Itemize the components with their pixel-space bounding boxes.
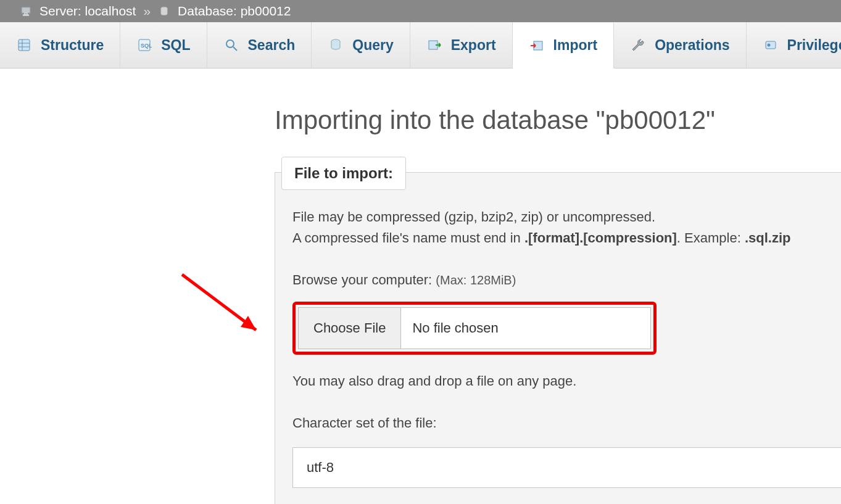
sql-icon: SQL [136, 37, 152, 53]
import-icon [529, 38, 545, 54]
search-icon [223, 37, 239, 53]
tab-label: Structure [41, 37, 104, 54]
tab-sql[interactable]: SQL SQL [120, 22, 207, 68]
tab-label: Privilege [787, 37, 841, 54]
browse-label-line: Browse your computer: (Max: 128MiB) [292, 270, 831, 291]
fieldset-legend: File to import: [281, 157, 406, 190]
svg-rect-4 [19, 39, 30, 51]
tab-label: Operations [655, 37, 729, 54]
file-input-row: Choose File No file chosen [298, 307, 651, 349]
browse-label: Browse your computer: [292, 272, 432, 287]
tab-privileges[interactable]: Privilege [747, 22, 841, 68]
breadcrumb-database-link[interactable]: Database: pb00012 [178, 4, 291, 19]
tab-label: Search [248, 37, 296, 54]
tabstrip: Structure SQL SQL Search Query Export Im… [0, 22, 841, 68]
breadcrumb-server-link[interactable]: Server: localhost [39, 4, 136, 19]
tab-export[interactable]: Export [410, 22, 513, 68]
tab-label: Query [352, 37, 393, 54]
filename-note-prefix: A compressed file's name must end in [292, 230, 524, 246]
charset-select[interactable]: utf-8 [292, 447, 841, 488]
tab-query[interactable]: Query [312, 22, 410, 68]
breadcrumb: Server: localhost » Database: pb00012 [0, 0, 841, 22]
query-icon [328, 37, 344, 53]
tab-label: Export [451, 37, 496, 54]
export-icon [426, 37, 442, 53]
charset-value: utf-8 [307, 460, 334, 476]
svg-rect-15 [766, 41, 776, 49]
svg-text:SQL: SQL [141, 43, 152, 49]
structure-icon [16, 37, 32, 53]
filename-note-mid: . Example: [677, 230, 745, 246]
tab-search[interactable]: Search [207, 22, 312, 68]
tab-label: SQL [161, 37, 190, 54]
svg-point-16 [767, 44, 770, 47]
browse-max-hint: (Max: 128MiB) [436, 273, 516, 287]
svg-rect-0 [22, 7, 30, 13]
privileges-icon [763, 37, 779, 53]
svg-line-11 [233, 47, 237, 51]
tab-import[interactable]: Import [513, 23, 615, 68]
filename-note-example: .sql.zip [745, 230, 791, 246]
tab-structure[interactable]: Structure [0, 22, 120, 68]
tab-operations[interactable]: Operations [614, 22, 746, 68]
choose-file-button[interactable]: Choose File [299, 308, 401, 349]
tab-label: Import [553, 37, 598, 54]
page-title: Importing into the database "pb00012" [275, 105, 841, 135]
file-to-import-fieldset: File to import: File may be compressed (… [275, 172, 841, 504]
main-content: Importing into the database "pb00012" Fi… [0, 68, 841, 504]
svg-rect-2 [23, 15, 29, 15]
database-icon [158, 5, 170, 17]
file-chosen-status: No file chosen [401, 308, 498, 349]
wrench-icon [630, 37, 646, 53]
filename-note-bold: .[format].[compression] [524, 230, 677, 246]
drag-drop-note: You may also drag and drop a file on any… [292, 371, 831, 392]
file-input-highlight-box: Choose File No file chosen [292, 302, 657, 355]
svg-point-10 [226, 40, 234, 48]
compress-note: File may be compressed (gzip, bzip2, zip… [292, 207, 831, 228]
filename-format-note: A compressed file's name must end in .[f… [292, 228, 831, 249]
server-icon [20, 5, 32, 17]
breadcrumb-separator: » [143, 4, 151, 19]
charset-label: Character set of the file: [292, 413, 831, 434]
